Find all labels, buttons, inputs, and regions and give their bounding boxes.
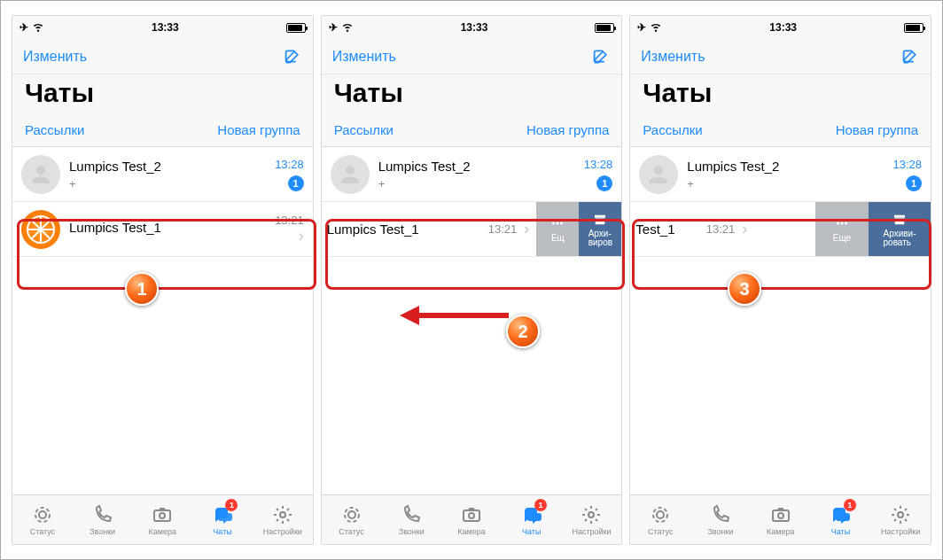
tab-badge: 1: [225, 499, 238, 511]
compose-icon[interactable]: [901, 47, 920, 66]
nav-bar: Изменить: [630, 39, 931, 74]
swipe-more-button[interactable]: Ещ: [536, 202, 579, 256]
chat-row[interactable]: Lumpics Test_2 + 13:28 1: [322, 147, 622, 202]
tab-badge: 1: [534, 499, 547, 511]
chat-preview: +: [687, 177, 887, 191]
svg-rect-11: [154, 510, 170, 521]
battery-icon: [595, 23, 614, 33]
airplane-mode-icon: ✈: [329, 21, 338, 34]
battery-icon: [904, 23, 924, 33]
tab-calls[interactable]: Звонки: [690, 495, 751, 544]
chat-list: Lumpics Test_2 + 13:28 1 Lumpics Test_1 …: [322, 147, 622, 494]
chat-name: Lumpics Test_1: [69, 220, 269, 235]
tab-chats[interactable]: Чаты1: [502, 495, 562, 544]
chat-row[interactable]: Lumpics Test_2 + 13:28 1: [630, 147, 931, 202]
chat-preview: +: [378, 177, 579, 191]
svg-point-12: [160, 513, 165, 518]
newgroup-link[interactable]: Новая группа: [217, 122, 300, 137]
edit-button[interactable]: Изменить: [641, 49, 705, 65]
svg-rect-18: [596, 218, 605, 224]
chat-time: 13:21: [269, 214, 304, 227]
avatar: [331, 155, 370, 194]
tab-status[interactable]: Статус: [322, 495, 382, 544]
chat-time: 13:21: [483, 222, 518, 236]
svg-point-13: [280, 512, 285, 517]
newgroup-link[interactable]: Новая группа: [526, 122, 609, 137]
chat-row[interactable]: Lumpics Test_1 13:21 ›: [12, 202, 313, 257]
chat-row-swiped[interactable]: Test_1 13:21 › Еще Архиви-ровать: [630, 202, 931, 257]
chat-time: 13:28: [269, 158, 304, 171]
swipe-archive-button[interactable]: Архиви-ровать: [869, 202, 931, 256]
svg-point-26: [841, 222, 844, 225]
tab-calls[interactable]: Звонки: [381, 495, 441, 544]
svg-point-25: [837, 222, 839, 225]
edit-button[interactable]: Изменить: [332, 49, 396, 65]
tab-settings[interactable]: Настройки: [870, 495, 931, 544]
wifi-icon: [650, 20, 662, 35]
swipe-archive-button[interactable]: Архи-виров: [579, 202, 621, 256]
svg-point-15: [557, 222, 559, 225]
wifi-icon: [32, 20, 44, 35]
tab-status[interactable]: Статус: [630, 495, 690, 544]
chat-row-swiped[interactable]: Lumpics Test_1 13:21 › Ещ Архи-виров: [322, 202, 622, 257]
svg-line-5: [32, 221, 41, 229]
avatar: [639, 155, 678, 194]
avatar: [21, 210, 60, 249]
swipe-more-button[interactable]: Еще: [815, 202, 869, 256]
tab-camera[interactable]: Камера: [441, 495, 502, 544]
svg-rect-19: [599, 220, 602, 222]
tab-status[interactable]: Статус: [12, 495, 73, 544]
chat-time: 13:28: [887, 158, 922, 171]
broadcasts-link[interactable]: Рассылки: [643, 122, 702, 137]
status-bar: ✈ 13:33: [630, 16, 931, 39]
nav-bar: Изменить: [322, 39, 622, 74]
broadcasts-link[interactable]: Рассылки: [25, 122, 84, 137]
svg-point-32: [657, 511, 664, 518]
chat-preview: +: [69, 177, 269, 191]
svg-point-24: [588, 512, 594, 517]
tab-settings[interactable]: Настройки: [253, 495, 313, 544]
battery-icon: [286, 23, 306, 33]
chat-time: 13:28: [579, 158, 613, 171]
svg-point-20: [345, 508, 359, 522]
tab-bar: Статус Звонки Камера Чаты1 Настройки: [630, 494, 931, 544]
tab-chats[interactable]: Чаты 1: [192, 495, 253, 544]
tab-chats[interactable]: Чаты1: [811, 495, 871, 544]
sub-bar: Рассылки Новая группа: [12, 117, 313, 147]
edit-button[interactable]: Изменить: [23, 49, 87, 65]
svg-line-7: [41, 221, 50, 229]
status-time: 13:33: [769, 21, 797, 34]
svg-rect-28: [894, 214, 905, 217]
unread-badge: 1: [596, 175, 612, 191]
svg-rect-30: [899, 220, 901, 222]
tab-settings[interactable]: Настройки: [562, 495, 622, 544]
status-time: 13:33: [152, 21, 179, 34]
airplane-mode-icon: ✈: [19, 21, 28, 34]
newgroup-link[interactable]: Новая группа: [836, 122, 918, 137]
unread-badge: 1: [906, 175, 922, 191]
chat-name: Lumpics Test_2: [378, 159, 579, 174]
nav-bar: Изменить: [12, 39, 313, 74]
broadcasts-link[interactable]: Рассылки: [334, 122, 394, 137]
chevron-right-icon: ›: [735, 220, 754, 238]
compose-icon[interactable]: [284, 47, 302, 66]
tab-camera[interactable]: Камера: [751, 495, 811, 544]
svg-rect-33: [773, 510, 789, 521]
chat-name: Lumpics Test_2: [687, 159, 887, 174]
status-bar: ✈ 13:33: [322, 16, 622, 39]
chevron-right-icon: ›: [517, 220, 536, 238]
svg-point-27: [845, 222, 847, 225]
svg-rect-17: [595, 214, 605, 217]
compose-icon[interactable]: [592, 47, 611, 66]
page-title: Чаты: [630, 74, 931, 117]
sub-bar: Рассылки Новая группа: [322, 117, 622, 147]
svg-point-14: [552, 222, 555, 225]
chat-row[interactable]: Lumpics Test_2 + 13:28 1: [12, 147, 313, 202]
tab-bar: Статус Звонки Камера Чаты1 Настройки: [322, 494, 622, 544]
page-title: Чаты: [322, 74, 622, 117]
tab-camera[interactable]: Камера: [132, 495, 192, 544]
svg-point-35: [898, 512, 903, 517]
unread-badge: 1: [288, 175, 304, 191]
svg-rect-29: [895, 218, 905, 224]
tab-calls[interactable]: Звонки: [73, 495, 133, 544]
